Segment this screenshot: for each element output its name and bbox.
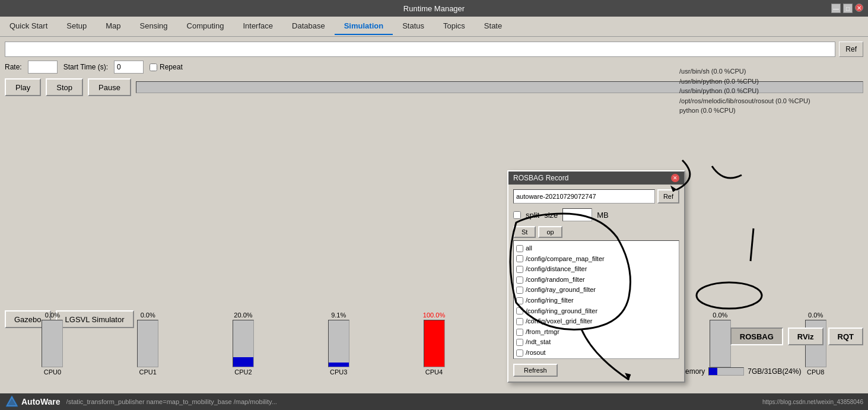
topic-checkbox-0[interactable] [516, 245, 523, 252]
process-item-0: /usr/bin/sh (0.0 %CPU) [679, 66, 863, 77]
menu-topics[interactable]: Topics [434, 18, 475, 35]
play-button[interactable]: Play [5, 78, 41, 96]
topic-checkbox-5[interactable] [516, 297, 523, 304]
topic-item-1: /config/compare_map_filter [516, 254, 676, 265]
close-btn[interactable]: ✕ [855, 4, 863, 12]
topic-btn-2[interactable]: op [538, 226, 562, 238]
menu-computing[interactable]: Computing [177, 18, 234, 35]
start-time-input[interactable] [114, 61, 144, 74]
split-label: split [526, 211, 539, 220]
cpu-pct-3: 9.1% [331, 312, 346, 319]
url-text: https://blog.csdn.net/weixin_43858046 [762, 399, 863, 405]
topic-item-5: /config/ring_filter [516, 295, 676, 306]
cpu-item-4: 100.0%CPU4 [386, 312, 482, 376]
cpu-item-0: 0.0%CPU0 [5, 312, 100, 376]
modal-file-row: Ref [513, 189, 679, 204]
stop-button[interactable]: Stop [46, 78, 83, 96]
modal-ref-btn[interactable]: Ref [657, 189, 679, 204]
modal-close-btn[interactable]: ✕ [671, 174, 679, 182]
rosbag-filename-input[interactable] [513, 189, 655, 204]
memory-row: Memory7GB/31GB(24%) [679, 367, 863, 376]
minimize-btn[interactable]: — [831, 4, 841, 13]
topic-btn-1[interactable]: St [513, 226, 536, 238]
process-list: /usr/bin/sh (0.0 %CPU)/usr/bin/python (0… [679, 66, 863, 365]
menu-setup[interactable]: Setup [57, 18, 96, 35]
autoware-logo: AutoWare [5, 395, 61, 409]
topic-checkbox-6[interactable] [516, 307, 523, 314]
topic-label-3: /config/random_filter [526, 275, 585, 285]
menu-quick-start[interactable]: Quick Start [0, 18, 57, 35]
cpu-item-3: 9.1%CPU3 [291, 312, 386, 376]
topic-label-2: /config/distance_filter [526, 264, 587, 275]
bag-file-input[interactable] [5, 42, 835, 57]
menu-simulation[interactable]: Simulation [335, 18, 393, 35]
cpu-bar-4 [424, 320, 444, 367]
menu-map[interactable]: Map [96, 18, 130, 35]
window-title: Runtime Manager [403, 4, 465, 13]
modal-title: ROSBAG Record [513, 174, 568, 182]
cpu-label-1: CPU1 [139, 368, 157, 376]
memory-bar-inner [709, 368, 717, 375]
topic-label-10: /rosout [526, 348, 546, 358]
menu-sensing[interactable]: Sensing [131, 18, 177, 35]
main-window: Runtime Manager — □ ✕ Quick Start Setup … [0, 0, 868, 410]
menu-database[interactable]: Database [282, 18, 335, 35]
process-item-4: python (0.0 %CPU) [679, 106, 863, 116]
content-area: Ref Rate: Start Time (s): Repeat Play St… [0, 37, 868, 393]
menu-interface[interactable]: Interface [233, 18, 282, 35]
title-bar-controls: — □ ✕ [831, 4, 863, 13]
cpu-pct-2: 20.0% [234, 312, 252, 319]
topic-item-9: /ndt_stat [516, 337, 676, 348]
topic-checkbox-1[interactable] [516, 255, 523, 262]
topic-list[interactable]: all/config/compare_map_filter/config/dis… [513, 240, 679, 359]
modal-bottom-row: Refresh [513, 364, 679, 377]
topic-checkbox-7[interactable] [516, 318, 523, 325]
bottom-bar: AutoWare /static_transform_publisher nam… [0, 393, 868, 410]
cpu-item-2: 20.0%CPU2 [196, 312, 291, 376]
topic-checkbox-2[interactable] [516, 266, 523, 273]
topic-label-1: /config/compare_map_filter [526, 254, 605, 265]
process-item-1: /usr/bin/python (0.0 %CPU) [679, 77, 863, 87]
topic-checkbox-8[interactable] [516, 329, 523, 336]
pause-button[interactable]: Pause [88, 78, 131, 96]
rosbag-modal: ROSBAG Record ✕ Ref split size MB [507, 170, 685, 383]
autoware-brand-text: AutoWare [21, 397, 61, 406]
cpu-label-2: CPU2 [234, 368, 252, 376]
cpu-bar-container-1 [137, 320, 158, 367]
size-label: size [544, 211, 558, 220]
topic-item-0: all [516, 243, 676, 254]
process-item-2: /usr/bin/python (0.0 %CPU) [679, 86, 863, 96]
cpu-bar-2 [233, 357, 253, 367]
ref-button[interactable]: Ref [839, 42, 863, 57]
topic-checkbox-10[interactable] [516, 349, 523, 357]
title-bar: Runtime Manager — □ ✕ [0, 0, 868, 17]
right-panel: /usr/bin/sh (0.0 %CPU)/usr/bin/python (0… [679, 66, 863, 376]
cpu-bar-3 [329, 363, 349, 367]
menu-state[interactable]: State [475, 18, 511, 35]
topic-item-8: /from_rtmgr [516, 327, 676, 338]
topic-checkbox-3[interactable] [516, 276, 523, 284]
topic-label-8: /from_rtmgr [526, 327, 559, 338]
rate-input[interactable] [28, 61, 58, 74]
topic-label-0: all [526, 243, 532, 254]
menu-status[interactable]: Status [393, 18, 434, 35]
cpu-bar-container-4 [424, 320, 445, 367]
topic-checkbox-4[interactable] [516, 287, 523, 294]
maximize-btn[interactable]: □ [843, 4, 853, 13]
rate-label: Rate: [5, 63, 22, 71]
topic-checkbox-9[interactable] [516, 339, 523, 346]
topic-item-6: /config/ring_ground_filter [516, 306, 676, 317]
repeat-checkbox[interactable] [150, 63, 157, 71]
memory-bar-outer [708, 367, 744, 376]
repeat-checkbox-label: Repeat [150, 63, 183, 71]
topic-item-7: /config/voxel_grid_filter [516, 316, 676, 327]
cpu-bar-container-3 [328, 320, 349, 367]
status-scroll-text: /static_transform_publisher name=map_to_… [66, 398, 756, 405]
topic-label-4: /config/ray_ground_filter [526, 285, 596, 295]
start-time-label: Start Time (s): [63, 63, 108, 71]
refresh-btn[interactable]: Refresh [513, 364, 558, 377]
size-input[interactable] [562, 208, 592, 221]
cpu-bar-container-2 [233, 320, 254, 367]
modal-content: Ref split size MB St op all/config/compa… [508, 185, 684, 382]
split-checkbox[interactable] [513, 211, 521, 219]
